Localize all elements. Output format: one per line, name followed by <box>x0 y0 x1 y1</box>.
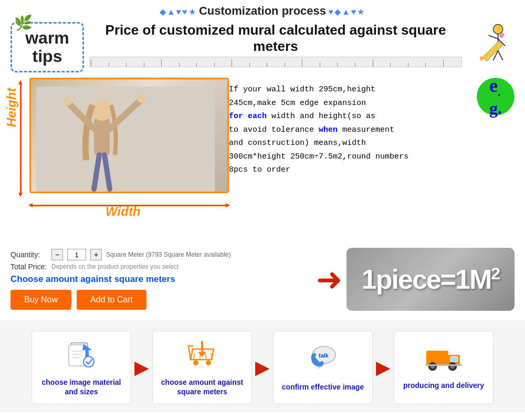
quantity-input[interactable] <box>67 249 86 260</box>
action-buttons: Buy Now Add to Cart <box>10 290 306 310</box>
step-1-box: choose image material and sizes <box>32 331 131 404</box>
price-section: Price of customized mural calculated aga… <box>89 22 462 69</box>
svg-rect-35 <box>450 356 458 362</box>
add-to-cart-button[interactable]: Add to Cart <box>77 290 146 310</box>
svg-point-23 <box>83 356 94 367</box>
piece-text: 1piece=1M2 <box>362 264 499 295</box>
page-header: ◆▲♥♥★ Customization process ♥◆▲♥★ <box>0 0 525 20</box>
buy-now-button[interactable]: Buy Now <box>10 290 71 310</box>
svg-point-17 <box>137 94 145 103</box>
svg-line-5 <box>498 51 503 60</box>
quantity-increase-button[interactable]: + <box>90 249 102 260</box>
step-2-label: choose amount against square meters <box>157 377 247 396</box>
red-arrow-icon: ➜ <box>316 261 342 298</box>
svg-rect-40 <box>425 364 462 366</box>
step-1-icon <box>66 339 97 374</box>
pencil-icon <box>470 22 512 75</box>
quantity-decrease-button[interactable]: − <box>51 249 63 260</box>
quantity-row: Quantity: − + Square Meter (9793 Square … <box>10 249 306 260</box>
step-3-label: confirm effective image <box>282 382 364 392</box>
svg-point-11 <box>92 100 111 121</box>
step-4-icon <box>425 344 462 377</box>
height-arrow-line: ▲ ▼ <box>20 83 22 193</box>
step-4-box: producing and delivery <box>394 331 494 404</box>
svg-rect-9 <box>36 87 215 192</box>
total-row: Total Price: Depends on the product prop… <box>10 262 306 271</box>
height-label: Height <box>4 88 19 127</box>
step-3-icon: talk <box>307 343 339 379</box>
quantity-label: Quantity: <box>10 250 47 259</box>
header-deco-right: ♥◆▲♥★ <box>328 7 365 16</box>
step-arrow-1: ▶ <box>134 356 149 379</box>
step-arrow-3: ▶ <box>376 356 391 379</box>
step-2-box: choose amount against square meters <box>152 331 252 404</box>
process-section: choose image material and sizes ▶ <box>0 320 525 413</box>
svg-point-16 <box>64 97 72 106</box>
example-description: If your wall width 295cm,height 245cm,ma… <box>229 83 472 177</box>
eg-badge: e.g. <box>477 78 514 116</box>
total-label: Total Price: <box>10 262 47 271</box>
wall-background <box>31 79 227 192</box>
step-2-icon <box>186 339 218 374</box>
svg-point-0 <box>494 25 503 34</box>
svg-rect-6 <box>482 41 503 61</box>
step-4-label: producing and delivery <box>403 381 484 390</box>
wall-image-box: ◄ ► Width <box>29 78 229 193</box>
total-note: Depends on the product properties you se… <box>51 263 178 270</box>
step-1-label: choose image material and sizes <box>36 377 127 396</box>
svg-line-28 <box>205 353 206 359</box>
quantity-note: Square Meter (9793 Square Meter availabl… <box>106 251 230 258</box>
choose-amount-text: Choose amount against square meters <box>10 274 306 285</box>
warm-tips-box: 🌿 warm tips <box>10 22 84 72</box>
piece-badge: 1piece=1M2 <box>346 248 514 311</box>
process-steps-row: choose image material and sizes ▶ <box>10 331 514 404</box>
svg-rect-10 <box>94 118 110 155</box>
example-section: If your wall width 295cm,height 245cm,ma… <box>229 78 514 177</box>
header-deco-left: ◆▲♥♥★ <box>160 7 197 16</box>
svg-text:talk: talk <box>319 352 329 359</box>
width-label: Width <box>106 204 140 219</box>
svg-point-24 <box>193 360 198 365</box>
pencil-figure <box>467 22 514 75</box>
svg-line-2 <box>488 35 498 38</box>
svg-marker-7 <box>478 54 485 61</box>
price-title: Price of customized mural calculated aga… <box>89 22 462 55</box>
page-title: Customization process <box>199 4 326 18</box>
step-3-box: talk confirm effective image <box>273 331 373 404</box>
top-section: 🌿 warm tips Price of customized mural ca… <box>0 20 525 75</box>
order-section: Quantity: − + Square Meter (9793 Square … <box>0 244 525 315</box>
svg-line-26 <box>194 353 195 359</box>
step-arrow-2: ▶ <box>255 356 270 379</box>
order-left-panel: Quantity: − + Square Meter (9793 Square … <box>10 249 306 310</box>
piece-badge-area: ➜ 1piece=1M2 <box>316 248 514 311</box>
wall-measurement-area: ▲ ▼ Height <box>10 78 220 219</box>
middle-section: ▲ ▼ Height <box>0 75 525 223</box>
person-measuring-icon <box>36 87 215 192</box>
ruler: 10 9 8 7 6 5 <box>89 57 462 67</box>
svg-point-25 <box>206 360 211 365</box>
flower-icon: 🌿 <box>14 14 33 32</box>
warm-tips-text: warm tips <box>22 29 73 66</box>
